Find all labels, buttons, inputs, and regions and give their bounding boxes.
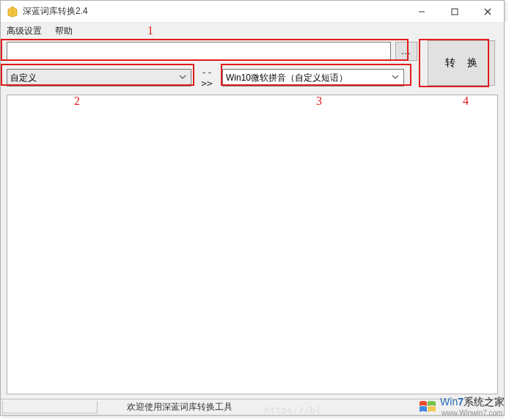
chevron-down-icon <box>177 73 188 83</box>
watermark-url: www.Winwin7.com <box>442 409 505 417</box>
titlebar: 深蓝词库转换2.4 <box>1 1 504 23</box>
watermark: Win7系统之家 www.Winwin7.com <box>418 396 505 417</box>
svg-rect-1 <box>452 9 458 15</box>
chevron-down-icon <box>390 73 400 83</box>
close-button[interactable] <box>471 1 504 22</box>
menu-advanced[interactable]: 高级设置 <box>7 25 42 37</box>
window-title: 深蓝词库转换2.4 <box>23 5 405 18</box>
menubar: 高级设置 帮助 <box>1 23 504 39</box>
target-format-value: Win10微软拼音（自定义短语） <box>226 72 390 84</box>
source-format-combo[interactable]: 自定义 <box>7 69 191 86</box>
watermark-brand: Win7系统之家 www.Winwin7.com <box>440 396 505 417</box>
content-area: ... 自定义 -->> Win10微软拼音（自定义短语） 转 换 <box>1 39 504 399</box>
app-window: 深蓝词库转换2.4 高级设置 帮助 ... 自定义 <box>0 0 505 416</box>
app-icon <box>7 6 18 18</box>
source-format-value: 自定义 <box>10 72 177 84</box>
convert-button[interactable]: 转 换 <box>428 40 495 86</box>
file-row: ... <box>7 42 498 62</box>
minimize-button[interactable] <box>405 1 438 22</box>
status-cell-left <box>2 401 98 413</box>
file-path-input[interactable] <box>7 42 391 61</box>
combo-row: 自定义 -->> Win10微软拼音（自定义短语） <box>7 68 498 87</box>
cropped-edge <box>505 22 509 420</box>
window-controls <box>405 1 504 22</box>
maximize-button[interactable] <box>438 1 471 22</box>
windows-flag-icon <box>418 399 437 415</box>
browse-button[interactable]: ... <box>395 42 417 61</box>
target-format-combo[interactable]: Win10微软拼音（自定义短语） <box>222 69 404 86</box>
menu-help[interactable]: 帮助 <box>55 25 73 37</box>
output-textarea[interactable] <box>7 95 498 394</box>
arrow-label: -->> <box>196 67 218 89</box>
